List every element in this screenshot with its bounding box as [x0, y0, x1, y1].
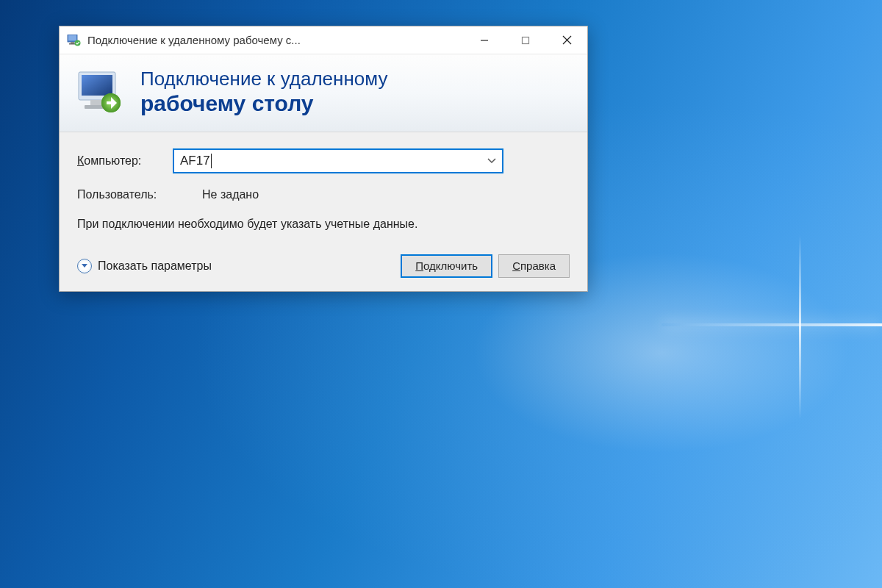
banner-title-line2: рабочему столу [140, 90, 573, 117]
window-controls [464, 26, 587, 54]
banner-text: Подключение к удаленному рабочему столу [140, 68, 573, 117]
maximize-button[interactable] [505, 26, 546, 54]
connect-button-rest: одключить [423, 259, 478, 272]
help-button-rest: правка [520, 259, 556, 272]
svg-rect-1 [68, 35, 76, 40]
user-label: Пользователь: [77, 188, 202, 201]
show-options-link[interactable]: Показать параметры [77, 259, 395, 273]
user-value: Не задано [202, 188, 259, 201]
svg-rect-11 [82, 75, 112, 96]
svg-rect-6 [523, 37, 529, 43]
banner-title-line1: Подключение к удаленному [140, 68, 573, 90]
bg-light-streak [662, 323, 882, 326]
show-options-label: Показать параметры [98, 259, 212, 273]
dialog-body: Компьютер: AF17 Пользователь: Не задано … [60, 132, 587, 291]
svg-point-4 [75, 40, 81, 46]
computer-value: AF17 [180, 154, 487, 169]
computer-label: Компьютер: [77, 154, 173, 168]
close-button[interactable] [546, 26, 587, 54]
credentials-info-text: При подключении необходимо будет указать… [77, 216, 570, 232]
window-title: Подключение к удаленному рабочему с... [87, 34, 464, 46]
bottom-row: Показать параметры Подключить Справка [77, 254, 570, 278]
rdp-banner-icon [74, 69, 127, 116]
computer-combobox[interactable]: AF17 [173, 148, 503, 173]
svg-rect-2 [71, 42, 74, 43]
expand-down-icon [77, 259, 92, 273]
titlebar[interactable]: Подключение к удаленному рабочему с... [60, 26, 587, 54]
user-row: Пользователь: Не задано [77, 188, 570, 201]
chevron-down-icon[interactable] [487, 156, 496, 166]
connect-button[interactable]: Подключить [401, 254, 492, 278]
minimize-button[interactable] [464, 26, 505, 54]
rdp-app-icon [67, 35, 82, 46]
computer-row: Компьютер: AF17 [77, 148, 570, 173]
computer-label-text: омпьютер: [84, 154, 141, 167]
help-button[interactable]: Справка [498, 254, 570, 278]
bg-light-streak-vertical [799, 235, 801, 419]
header-banner: Подключение к удаленному рабочему столу [60, 54, 587, 132]
rdp-dialog: Подключение к удаленному рабочему с... [59, 26, 588, 292]
